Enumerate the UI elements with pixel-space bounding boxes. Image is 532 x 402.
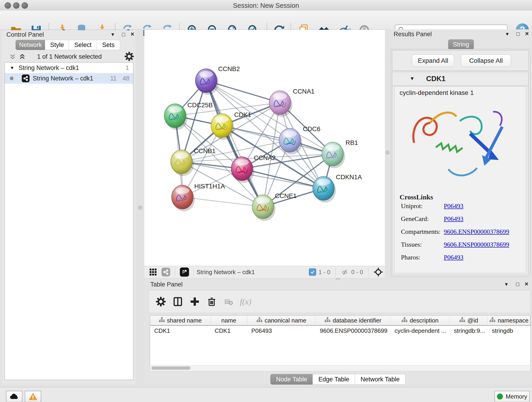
column-header-namespace[interactable]: namespace xyxy=(488,316,530,325)
show-columns-icon[interactable] xyxy=(169,294,186,309)
tab-style[interactable]: Style xyxy=(45,40,69,50)
tab-sets[interactable]: Sets xyxy=(97,40,120,50)
node-CDK1[interactable] xyxy=(211,114,234,140)
node-table-row[interactable]: CDK1CDK1P064939606.ENSP00000378699cyclin… xyxy=(150,326,530,336)
control-panel-maximize-icon[interactable]: □ xyxy=(122,31,125,38)
node-CCNB2[interactable] xyxy=(196,69,219,95)
birds-eye-toggle-icon[interactable] xyxy=(374,267,383,277)
tab-edge-table[interactable]: Edge Table xyxy=(312,374,355,385)
column-header-canonical-name[interactable]: canonical name xyxy=(247,316,316,325)
network-collection-row[interactable]: ▼ String Network – cdk1 1 xyxy=(5,63,133,73)
control-panel-float-icon[interactable]: ▾ xyxy=(111,31,114,38)
table-panel: Table Panel ▾ □ × f(x) shared namenameca… xyxy=(144,280,532,384)
shared-column-icon xyxy=(256,317,262,324)
column-header-shared-name[interactable]: shared name xyxy=(150,316,210,325)
expand-collapse-box: Expand All Collapse All xyxy=(392,50,529,71)
cell-database-identifier[interactable]: 9606.ENSP00000378699 xyxy=(316,327,390,334)
memory-button[interactable]: Memory xyxy=(494,391,530,402)
node-RB1[interactable] xyxy=(322,142,345,168)
cell-canonical-name[interactable]: P06493 xyxy=(247,327,316,334)
expand-all-networks-icon[interactable] xyxy=(18,53,26,61)
hidden-node-edge-count: 0 - 0 xyxy=(351,269,363,276)
collapse-all-networks-icon[interactable] xyxy=(9,53,17,61)
column-label: description xyxy=(410,317,438,324)
crosslink-link[interactable]: P06493 xyxy=(444,215,463,223)
shared-column-icon xyxy=(401,317,407,324)
warning-status-button[interactable] xyxy=(25,391,41,402)
control-panel-close-icon[interactable]: × xyxy=(131,31,134,38)
tab-string[interactable]: String xyxy=(448,39,474,50)
network-view-indicator-icon xyxy=(10,77,13,80)
network-view-toolbar: String Network – cdk1 1 - 0 0 - 0 xyxy=(144,266,385,278)
string-network-graph[interactable]: CCNB2CCNA1CDC25BCDK1CDC6RB1CCNB1CCNA2CDK… xyxy=(144,30,385,266)
column-header-description[interactable]: description xyxy=(390,316,450,325)
crosslinks-list: Uniprot:P06493GeneCard:P06493Compartment… xyxy=(394,202,523,271)
tab-node-table[interactable]: Node Table xyxy=(270,374,313,385)
column-header--id[interactable]: @id xyxy=(450,316,488,325)
add-column-icon[interactable] xyxy=(186,294,203,309)
network-view-title: String Network – cdk1 xyxy=(196,269,255,276)
selected-items-checkbox-icon[interactable] xyxy=(309,268,316,276)
results-panel-float-icon[interactable]: ▾ xyxy=(506,31,509,37)
network-selection-status: 1 of 1 Network selected xyxy=(29,53,109,60)
string-style-icon[interactable] xyxy=(159,265,172,279)
network-tree: ▼ String Network – cdk1 1 String Network… xyxy=(5,62,133,380)
node-HIST1H1A[interactable] xyxy=(172,185,195,211)
memory-label: Memory xyxy=(506,393,527,400)
collapse-section-icon[interactable]: ▼ xyxy=(410,76,415,82)
delete-column-icon[interactable] xyxy=(203,294,220,309)
table-panel-close-icon[interactable]: × xyxy=(525,281,528,288)
cell-description[interactable]: cyclin-dependent ... xyxy=(390,327,450,334)
scrollbar-thumb[interactable] xyxy=(152,366,190,370)
column-header-name[interactable]: name xyxy=(210,316,247,325)
left-splitter-handle[interactable] xyxy=(138,206,142,210)
crosslink-link[interactable]: 9606.ENSP00000378699 xyxy=(444,241,509,248)
node-CDC25B[interactable] xyxy=(164,104,187,130)
network-row[interactable]: String Network – cdk1 11 48 xyxy=(5,73,133,84)
table-horizontal-scrollbar[interactable] xyxy=(150,365,531,371)
column-header-database-identifier[interactable]: database identifier xyxy=(316,316,390,325)
table-options-gear-icon[interactable] xyxy=(152,294,169,309)
table-panel-title: Table Panel xyxy=(150,281,183,288)
cell-shared-name[interactable]: CDK1 xyxy=(150,327,210,334)
hidden-items-eye-icon[interactable] xyxy=(341,269,349,275)
cell-name[interactable]: CDK1 xyxy=(210,327,247,334)
tab-network-table[interactable]: Network Table xyxy=(355,374,405,385)
node-count: 11 xyxy=(110,75,117,82)
collapse-all-button[interactable]: Collapse All xyxy=(461,55,511,67)
column-label: database identifier xyxy=(333,317,381,324)
network-label: String Network – cdk1 xyxy=(33,75,93,82)
control-panel-title: Control Panel xyxy=(6,31,44,38)
node-CCNA2[interactable] xyxy=(231,157,254,183)
network-options-gear-icon[interactable] xyxy=(125,52,134,62)
network-view-canvas[interactable]: CCNB2CCNA1CDC25BCDK1CDC6RB1CCNB1CCNA2CDK… xyxy=(144,30,385,266)
open-in-window-icon[interactable] xyxy=(178,265,191,279)
node-label-CDC6: CDC6 xyxy=(303,125,320,133)
crosslink-link[interactable]: P06493 xyxy=(444,254,463,261)
warning-icon xyxy=(28,392,38,401)
node-label-CCNA1: CCNA1 xyxy=(293,88,315,95)
node-CDKN1A[interactable] xyxy=(313,177,336,203)
cell--id[interactable]: stringdb:9... xyxy=(450,327,488,334)
cloud-status-button[interactable] xyxy=(6,391,22,402)
tab-network[interactable]: Network xyxy=(16,40,45,50)
node-CCNA1[interactable] xyxy=(269,91,292,117)
expand-all-button[interactable]: Expand All xyxy=(412,55,454,67)
protein-card-header[interactable]: ▼ CDK1 xyxy=(392,72,528,86)
string-network-icon xyxy=(22,75,30,82)
netbar-separator xyxy=(336,268,336,277)
node-CCNE1[interactable] xyxy=(252,195,275,221)
table-panel-maximize-icon[interactable]: □ xyxy=(516,281,519,287)
crosslink-link[interactable]: P06493 xyxy=(444,202,463,210)
crosslink-link[interactable]: 9606.ENSP00000378699 xyxy=(444,228,509,235)
tab-select[interactable]: Select xyxy=(69,40,97,50)
grid-overview-icon[interactable] xyxy=(147,265,159,279)
results-panel-close-icon[interactable]: × xyxy=(525,30,529,37)
table-panel-float-icon[interactable]: ▾ xyxy=(505,281,508,287)
results-panel-maximize-icon[interactable]: □ xyxy=(516,31,520,37)
cell-namespace[interactable]: stringdb xyxy=(488,327,530,334)
tree-expand-icon[interactable]: ▼ xyxy=(10,65,14,70)
column-label: name xyxy=(221,317,236,324)
table-tabs: Node Table Edge Table Network Table xyxy=(270,374,408,384)
right-splitter-handle[interactable] xyxy=(385,151,389,155)
